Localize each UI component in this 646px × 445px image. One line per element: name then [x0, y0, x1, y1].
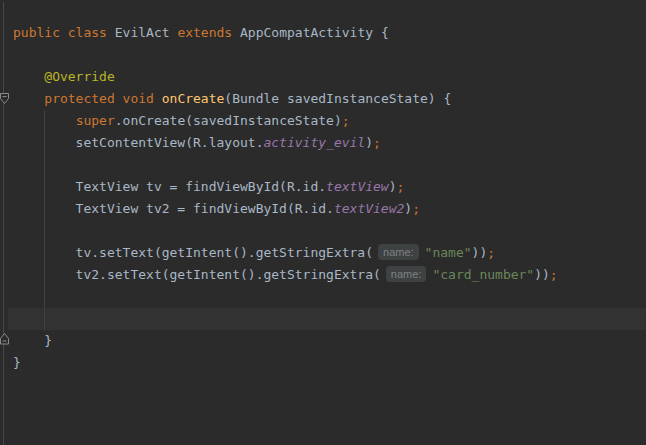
code-line[interactable]: protected void onCreate(Bundle savedInst… — [0, 88, 646, 110]
code-token: ) — [365, 135, 373, 150]
code-token: } — [13, 333, 52, 348]
code-token: tv.setText(getIntent().getStringExtra( — [13, 245, 373, 260]
code-token: void — [123, 91, 154, 106]
code-token: ; — [373, 135, 381, 150]
code-token: EvilAct — [107, 25, 177, 40]
code-token: super — [76, 113, 115, 128]
code-line[interactable]: } — [0, 330, 646, 352]
code-token: ; — [342, 113, 350, 128]
code-line[interactable]: tv.setText(getIntent().getStringExtra(na… — [0, 242, 646, 264]
code-line[interactable]: tv2.setText(getIntent().getStringExtra(n… — [0, 264, 646, 286]
code-token: ) — [404, 201, 412, 216]
code-token — [13, 113, 76, 128]
code-token — [13, 91, 44, 106]
code-token — [60, 25, 68, 40]
code-token: )) — [472, 245, 488, 260]
code-token: "card_number" — [432, 267, 534, 282]
ide-window: { "editor": { "background": "#2b2b2b", "… — [0, 0, 646, 445]
code-token — [154, 91, 162, 106]
code-token: textView2 — [334, 201, 404, 216]
code-line[interactable]: super.onCreate(savedInstanceState); — [0, 110, 646, 132]
code-line[interactable] — [0, 286, 646, 308]
code-token: activity_evil — [263, 135, 365, 150]
code-token: tv2.setText(getIntent().getStringExtra( — [13, 267, 381, 282]
code-line[interactable]: } — [0, 352, 646, 374]
code-token: } — [13, 355, 21, 370]
code-token — [13, 69, 44, 84]
code-token: ; — [397, 179, 405, 194]
code-token: setContentView(R.layout. — [13, 135, 263, 150]
code-line[interactable]: public class EvilAct extends AppCompatAc… — [0, 22, 646, 44]
code-line[interactable]: TextView tv = findViewById(R.id.textView… — [0, 176, 646, 198]
code-line[interactable]: setContentView(R.layout.activity_evil); — [0, 132, 646, 154]
code-token: ; — [487, 245, 495, 260]
code-line[interactable]: TextView tv2 = findViewById(R.id.textVie… — [0, 198, 646, 220]
code-token: AppCompatActivity { — [232, 25, 389, 40]
code-line[interactable]: @Override — [0, 66, 646, 88]
code-token: .onCreate(savedInstanceState) — [115, 113, 342, 128]
code-lines: public class EvilAct extends AppCompatAc… — [0, 22, 646, 374]
code-editor[interactable]: public class EvilAct extends AppCompatAc… — [0, 0, 646, 445]
inlay-hint-pill: name: — [386, 266, 427, 282]
code-token: TextView tv2 = findViewById(R.id. — [13, 201, 334, 216]
code-token: class — [68, 25, 107, 40]
code-line[interactable] — [0, 154, 646, 176]
code-token: onCreate — [162, 91, 225, 106]
code-token: )) — [534, 267, 550, 282]
inlay-hint-pill: name: — [378, 244, 419, 260]
code-token: protected — [44, 91, 114, 106]
code-token: ; — [412, 201, 420, 216]
code-token — [115, 91, 123, 106]
code-token: (Bundle savedInstanceState) { — [224, 91, 451, 106]
code-token: TextView tv = findViewById(R.id. — [13, 179, 326, 194]
code-token: @Override — [44, 69, 114, 84]
code-token: ; — [550, 267, 558, 282]
code-token: public — [13, 25, 60, 40]
code-line[interactable] — [0, 44, 646, 66]
code-token: ) — [389, 179, 397, 194]
code-line[interactable] — [0, 220, 646, 242]
code-line[interactable] — [0, 308, 646, 330]
code-token: extends — [177, 25, 232, 40]
code-token: "name" — [425, 245, 472, 260]
code-token: textView — [326, 179, 389, 194]
